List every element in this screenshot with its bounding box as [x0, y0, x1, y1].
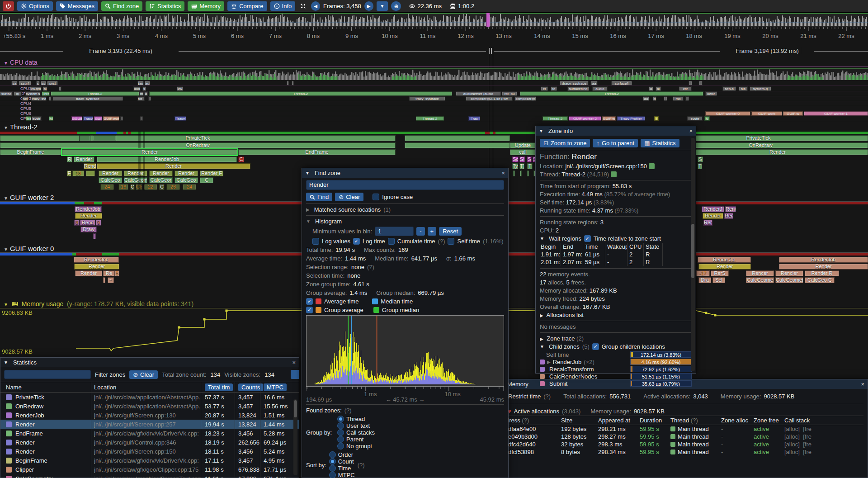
cpu-zone[interactable]: kw — [177, 86, 183, 91]
col-appeared[interactable]: Appeared at — [598, 417, 640, 424]
timeline-zone[interactable]: CalcGeo — [175, 177, 198, 183]
guif-worker2-header[interactable]: ▼GUIF worker 2 — [4, 194, 54, 201]
decrement-button[interactable]: - — [416, 227, 425, 236]
cpu-zone[interactable]: si — [43, 86, 47, 91]
expand-icon[interactable]: ▶ — [540, 313, 543, 318]
cpu-zone[interactable] — [49, 96, 52, 101]
timeline-zone[interactable]: RenderJob — [97, 156, 237, 162]
collapse-icon[interactable]: ▼ — [4, 360, 8, 365]
timeline-zone[interactable]: 24 — [183, 184, 196, 190]
cpu-zone[interactable]: Tracy — [83, 116, 93, 121]
sort-by-option[interactable]: Count — [329, 458, 355, 465]
group-by-option[interactable]: Thread — [337, 416, 375, 422]
cpu-zone[interactable]: sen-s — [722, 86, 736, 91]
guif-worker0-header[interactable]: ▼GUIF worker 0 — [4, 245, 54, 252]
statistics-row[interactable]: RenderJob jni/../jni/src/guif/Screen.cpp… — [0, 411, 299, 420]
timeline-zone[interactable]: Render F — [200, 170, 223, 176]
statistics-row[interactable]: EndFrame jni/../jni/src/claw/gfx/drv/vk/… — [0, 429, 299, 438]
cpu-zone[interactable]: syste — [687, 116, 703, 121]
timeline-zone[interactable]: Render — [75, 270, 102, 276]
wait-regions-label[interactable]: Wait regions — [549, 235, 581, 242]
cpu-data-header[interactable]: ▼CPU data — [4, 59, 38, 66]
timeline-zone[interactable]: RerS — [711, 270, 729, 276]
close-icon[interactable]: × — [689, 128, 693, 134]
group-by-option[interactable]: Parent — [337, 436, 375, 443]
col-duration[interactable]: Duration — [640, 417, 670, 424]
timeline-zone[interactable]: R — [67, 156, 72, 162]
timeline-zone[interactable]: S — [527, 156, 532, 162]
col-location[interactable]: Location — [94, 384, 205, 391]
statistics-button[interactable]: Statistics — [146, 1, 184, 11]
timeline-zone[interactable] — [513, 170, 515, 176]
frame-dropdown-button[interactable]: ▼ — [377, 1, 388, 11]
cpu-zone[interactable]: kw.gm — [30, 86, 42, 91]
cpu-zone[interactable] — [292, 81, 294, 85]
timeline-zone[interactable]: Sel — [712, 277, 725, 283]
child-zones-toggle[interactable]: Child zones — [549, 343, 580, 350]
timeline-zone[interactable] — [79, 135, 90, 141]
close-icon[interactable]: × — [501, 170, 505, 176]
cpu-zone[interactable]: cfir — [679, 86, 692, 91]
cpu-zone[interactable]: system-g — [750, 86, 771, 91]
col-size[interactable]: Size — [561, 417, 598, 424]
zone-info-scrollbar[interactable] — [691, 138, 695, 371]
collapse-icon[interactable]: ▼ — [539, 128, 543, 133]
timeline-zone[interactable]: Rend — [80, 220, 95, 226]
thread2-header[interactable]: ▼Thread-2 — [4, 123, 38, 131]
sort-by-option[interactable]: Time — [329, 465, 355, 472]
cpu-zone[interactable] — [699, 81, 703, 85]
cpu-zone[interactable]: g( — [14, 91, 22, 96]
zone-statistics-button[interactable]: ▦Statistics — [641, 139, 679, 147]
cpu-zone[interactable]: GUIF worker 0 — [705, 111, 750, 116]
filter-input[interactable] — [4, 370, 91, 379]
expand-icon[interactable]: ▶ — [540, 336, 543, 341]
collapse-icon[interactable]: ▼ — [305, 170, 310, 175]
find-zone-histogram[interactable] — [306, 315, 504, 387]
timeline-zone[interactable]: ~ — [108, 277, 114, 283]
clear-filter-button[interactable]: ⊘Clear — [129, 370, 158, 379]
timeline-zone[interactable] — [103, 277, 105, 283]
col-thread[interactable]: Thread — [670, 417, 689, 424]
cpu-zone[interactable]: composer@ — [514, 96, 536, 101]
timeline-zone[interactable]: T — [698, 163, 702, 169]
cpu-zone[interactable]: tracy_systrace — [52, 96, 123, 101]
callstack-free-link[interactable]: [fre — [803, 449, 811, 455]
memory-usage-header[interactable]: ▼ Memory usage (y-range: 178.27 KB, visi… — [4, 300, 193, 308]
cpu-zone[interactable]: surfacefl — [611, 81, 632, 85]
reset-button[interactable]: Reset — [439, 227, 462, 236]
col-mtpc[interactable]: MTPC — [264, 383, 287, 391]
timeline-zone[interactable]: CalcGeor — [149, 177, 173, 183]
cpu-zone[interactable]: Thread-2 — [416, 116, 444, 121]
cpu-zone[interactable]: Thread-2 — [542, 116, 568, 121]
timeline-zone[interactable]: 26 — [166, 184, 180, 190]
timeline-zone[interactable] — [93, 135, 116, 141]
cpu-zone[interactable]: systr — [32, 116, 42, 121]
show-group-checkbox[interactable]: ✓ — [306, 307, 313, 313]
cpu-zone[interactable]: g — [653, 96, 656, 101]
cpu-zone[interactable]: ssurf — [19, 81, 31, 85]
cpu-zone[interactable]: s — [142, 86, 146, 91]
timeline-zone[interactable]: Sc — [512, 156, 519, 162]
callstack-alloc-link[interactable]: [alloc] — [784, 441, 800, 448]
col-name[interactable]: Name — [6, 384, 94, 391]
cpu-zone[interactable]: s — [36, 81, 40, 85]
clipped-button[interactable] — [291, 370, 299, 379]
timeline-zone[interactable]: Rende — [84, 163, 96, 169]
child-zone-row[interactable]: CalcRenderNodes 51.51 µs (1.15%) — [540, 373, 692, 380]
timeline-zone[interactable]: Rend — [725, 206, 736, 212]
timeline-zone[interactable]: BeginFrame — [0, 149, 61, 155]
cpu-zone[interactable]: rot_d — [137, 96, 145, 101]
callstack-free-link[interactable]: [fre — [803, 433, 811, 440]
cpu-zone[interactable]: ai — [656, 86, 661, 91]
cpu-zone[interactable]: audio — [592, 86, 608, 91]
cpu-zone[interactable] — [140, 116, 143, 121]
timeline-zone[interactable]: 16 — [118, 184, 128, 190]
cpu-zone[interactable]: GUIF worker 1 — [804, 111, 868, 116]
group-by-option[interactable]: Call stacks — [337, 429, 375, 436]
cpu-zone[interactable]: Trac — [468, 116, 480, 121]
timeline-zone[interactable] — [405, 142, 510, 148]
zoom-to-zone-button[interactable]: ⊡Zoom to zone — [540, 139, 590, 147]
cpu-zone[interactable]: M — [49, 116, 53, 121]
cpu-zone[interactable]: Thread-2 — [149, 91, 452, 96]
timeline-zone[interactable]: C — [159, 184, 165, 190]
